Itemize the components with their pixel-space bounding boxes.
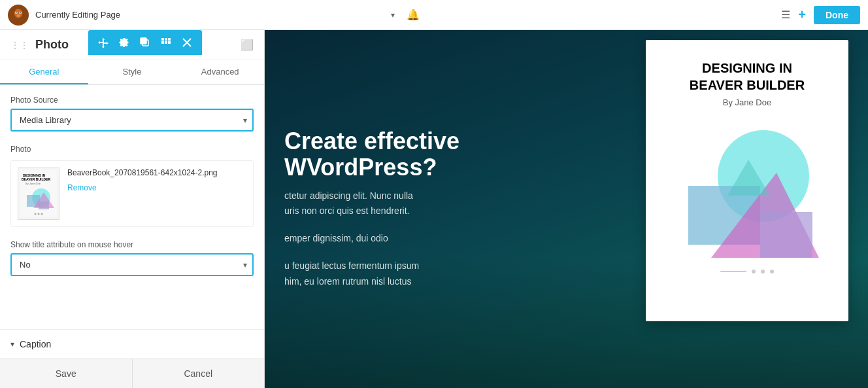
photo-source-select-wrapper: Media Library URL ▾ xyxy=(10,109,254,132)
headline-part2-text: VordPress? xyxy=(307,154,437,181)
app-logo xyxy=(8,5,29,26)
body-text-1: ctetur adipiscing elit. Nunc nulla xyxy=(284,190,413,201)
caption-label: Caption xyxy=(20,339,51,349)
svg-point-26 xyxy=(38,213,40,215)
minimize-icon[interactable]: ⬜ xyxy=(241,39,254,51)
photo-info: BeaverBook_2070819561-642x1024-2.png Rem… xyxy=(67,168,246,193)
sidebar-footer: Save Cancel xyxy=(0,359,264,388)
duplicate-tool-button[interactable] xyxy=(135,33,155,52)
body-text-4: u feugiat lectus fermentum ipsum xyxy=(284,260,419,271)
body-text-3: emper dignissim, dui odio xyxy=(284,233,388,243)
svg-point-5 xyxy=(20,12,21,13)
notification-bell-icon[interactable]: 🔔 xyxy=(407,9,420,21)
content-text-block: Create effective WVordPress? ctetur adip… xyxy=(265,30,603,388)
photo-thumbnail[interactable]: DESIGNING IN BEAVER BUILDER By Jane Doe xyxy=(18,168,59,220)
headline-part1: C xyxy=(284,128,301,154)
svg-point-27 xyxy=(41,213,43,215)
dropdown-chevron-icon[interactable]: ▾ xyxy=(391,10,395,20)
book-decoration xyxy=(720,271,774,273)
svg-rect-13 xyxy=(161,41,164,44)
page-editing-label: Currently Editing Page xyxy=(35,10,384,20)
tab-advanced[interactable]: Advanced xyxy=(176,60,264,84)
book-card: DESIGNING IN BEAVER BUILDER By Jane Doe xyxy=(646,40,848,321)
book-title: DESIGNING IN BEAVER BUILDER xyxy=(690,60,805,94)
photo-filename: BeaverBook_2070819561-642x1024-2.png xyxy=(67,168,246,179)
sidebar-panel: ⋮⋮ Photo ⬜ General Style Advanced Photo … xyxy=(0,30,265,388)
sidebar-content: Photo Source Media Library URL ▾ Photo xyxy=(0,85,264,329)
top-bar: Currently Editing Page ▾ 🔔 ☰ + Done xyxy=(0,0,868,30)
svg-point-6 xyxy=(16,14,20,17)
caption-section[interactable]: ▾ Caption xyxy=(0,329,264,359)
svg-text:BEAVER BUILDER: BEAVER BUILDER xyxy=(22,177,50,181)
svg-rect-11 xyxy=(165,38,167,41)
photo-source-label: Photo Source xyxy=(10,96,254,105)
svg-text:By Jane Doe: By Jane Doe xyxy=(25,182,41,185)
svg-point-4 xyxy=(16,12,17,13)
page-content-area: Create effective WVordPress? ctetur adip… xyxy=(265,30,868,388)
photo-source-select[interactable]: Media Library URL xyxy=(10,109,254,132)
caption-chevron-icon: ▾ xyxy=(10,340,14,349)
tab-style[interactable]: Style xyxy=(88,60,176,84)
main-layout: ⋮⋮ Photo ⬜ General Style Advanced Photo … xyxy=(0,30,868,388)
svg-rect-12 xyxy=(168,38,171,41)
photo-remove-link[interactable]: Remove xyxy=(67,183,97,192)
body-text-5: him, eu lorem rutrum nisl luctus xyxy=(284,276,412,287)
sidebar-tabs: General Style Advanced xyxy=(0,60,264,85)
top-bar-right: ☰ + Done xyxy=(781,6,860,24)
photo-field: Photo DESIGNING IN BEAVER BUILDER By Jan… xyxy=(10,145,254,227)
svg-point-28 xyxy=(35,213,37,215)
svg-rect-15 xyxy=(168,41,171,44)
menu-lines-icon[interactable]: ☰ xyxy=(781,9,790,21)
cancel-button[interactable]: Cancel xyxy=(133,359,265,388)
add-element-icon[interactable]: + xyxy=(798,7,806,22)
book-cover-art xyxy=(675,120,819,264)
save-button[interactable]: Save xyxy=(0,359,133,388)
drag-handle-icon[interactable]: ⋮⋮ xyxy=(10,40,29,50)
book-author: By Jane Doe xyxy=(723,97,771,107)
close-tool-button[interactable] xyxy=(177,33,197,52)
headline-part1-text: reate effective xyxy=(301,128,459,154)
photo-source-field: Photo Source Media Library URL ▾ xyxy=(10,96,254,132)
svg-rect-25 xyxy=(39,202,49,209)
hover-label: Show title attribute on mouse hover xyxy=(10,240,254,249)
svg-rect-32 xyxy=(760,212,812,258)
photo-item: DESIGNING IN BEAVER BUILDER By Jane Doe xyxy=(10,160,254,227)
done-button[interactable]: Done xyxy=(814,6,860,24)
settings-tool-button[interactable] xyxy=(114,33,134,52)
svg-rect-10 xyxy=(161,38,164,41)
svg-rect-8 xyxy=(141,38,146,44)
move-tool-button[interactable] xyxy=(93,33,113,52)
element-toolbar xyxy=(88,30,202,55)
hover-select[interactable]: No Yes xyxy=(10,253,254,276)
grid-tool-button[interactable] xyxy=(156,33,176,52)
tab-general[interactable]: General xyxy=(0,60,88,84)
svg-rect-14 xyxy=(165,41,167,44)
hover-select-wrapper: No Yes ▾ xyxy=(10,253,254,276)
photo-label: Photo xyxy=(10,145,254,154)
hover-field: Show title attribute on mouse hover No Y… xyxy=(10,240,254,276)
body-text-2: uris non orci quis est hendrerit. xyxy=(284,205,409,216)
